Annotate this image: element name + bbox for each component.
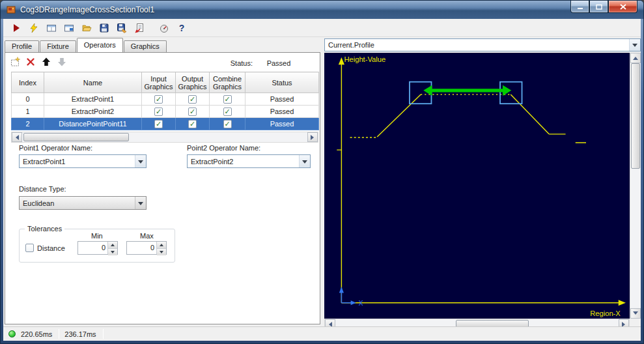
operator-row[interactable]: 2DistancePointPoint11✓✓✓Passed — [12, 118, 319, 130]
y-axis-label: Height-Value — [344, 55, 385, 63]
chevron-down-icon[interactable] — [135, 155, 146, 167]
operators-table-header: Index Name Input Graphics Output Graphic… — [12, 72, 319, 93]
tool-display-alt-button[interactable] — [61, 21, 77, 35]
tolerances-group: Tolerances Min Max Distance 0 0 — [19, 229, 175, 263]
move-down-button[interactable] — [55, 55, 68, 68]
window-title: Cog3DRangeImageCrossSectionTool1 — [20, 5, 154, 14]
cell-index[interactable]: 0 — [12, 93, 44, 106]
graphics-checkbox[interactable]: ✓ — [188, 95, 197, 104]
graphics-checkbox[interactable]: ✓ — [188, 120, 197, 128]
cell-name[interactable]: ExtractPoint1 — [44, 93, 142, 106]
scroll-right-button[interactable] — [307, 132, 318, 142]
scroll-thumb[interactable] — [23, 133, 129, 141]
add-operator-button[interactable] — [8, 55, 21, 68]
graphics-checkbox[interactable]: ✓ — [154, 120, 163, 128]
cell-input-graphics[interactable]: ✓ — [142, 93, 176, 106]
distance-max-spinner[interactable]: 0 — [126, 241, 167, 255]
run-button[interactable] — [8, 21, 24, 35]
cell-index[interactable]: 2 — [12, 118, 44, 130]
column-header[interactable]: Status — [245, 72, 319, 93]
cell-name[interactable]: ExtractPoint2 — [44, 106, 142, 118]
close-button[interactable] — [608, 1, 637, 13]
minimize-button[interactable] — [570, 1, 589, 13]
cell-status: Passed — [245, 118, 319, 130]
save-file-button[interactable] — [96, 21, 112, 35]
tab-fixture[interactable]: Fixture — [40, 40, 76, 52]
profile-segment — [377, 94, 421, 137]
tab-graphics[interactable]: Graphics — [124, 40, 167, 52]
column-header[interactable]: Name — [44, 72, 142, 93]
max-value[interactable]: 0 — [127, 242, 156, 254]
cell-output-graphics[interactable]: ✓ — [176, 93, 210, 106]
profile-segment — [511, 94, 549, 134]
scroll-up-button[interactable] — [630, 53, 641, 63]
cell-output-graphics[interactable]: ✓ — [176, 118, 210, 130]
column-header[interactable]: Combine Graphics — [210, 72, 245, 93]
point1-operator-select[interactable]: ExtractPoint1 — [19, 154, 147, 168]
operators-hscrollbar[interactable] — [11, 132, 318, 143]
spin-up-button[interactable] — [108, 242, 117, 249]
distance-tolerance-label: Distance — [37, 244, 65, 252]
cell-name[interactable]: DistancePointPoint11 — [44, 118, 142, 130]
cell-input-graphics[interactable]: ✓ — [142, 118, 176, 130]
distance-min-spinner[interactable]: 0 — [77, 241, 118, 255]
run-electric-button[interactable] — [26, 21, 42, 35]
import-button[interactable] — [132, 21, 147, 35]
tool-display-button[interactable] — [44, 21, 59, 35]
cell-combine-graphics[interactable]: ✓ — [210, 93, 245, 106]
run-icon — [11, 23, 21, 33]
tool-display-alt-icon — [64, 23, 74, 33]
point2-operator-label: Point2 Operator Name: — [187, 144, 260, 152]
save-as-button[interactable] — [114, 21, 130, 35]
scroll-left-button[interactable] — [12, 132, 22, 142]
chevron-down-icon[interactable] — [135, 197, 146, 209]
scroll-thumb[interactable] — [631, 63, 640, 169]
graphics-checkbox[interactable]: ✓ — [223, 95, 232, 104]
cell-combine-graphics[interactable]: ✓ — [210, 118, 245, 130]
min-header: Min — [91, 232, 103, 240]
maximize-button[interactable] — [589, 1, 608, 13]
profile-plot[interactable]: Height-Value Region-X X — [324, 53, 630, 319]
graphics-checkbox[interactable]: ✓ — [154, 108, 163, 116]
graphics-checkbox[interactable]: ✓ — [223, 108, 232, 116]
tab-strip: Profile Fixture Operators Graphics — [5, 38, 167, 52]
spin-down-button[interactable] — [108, 249, 117, 255]
tab-profile[interactable]: Profile — [5, 40, 39, 52]
cell-output-graphics[interactable]: ✓ — [176, 106, 210, 118]
spin-up-button[interactable] — [157, 242, 166, 249]
help-button[interactable]: ? — [174, 21, 189, 35]
origin-x-label: X — [359, 300, 363, 307]
open-file-button[interactable] — [79, 21, 94, 35]
operator-row[interactable]: 1ExtractPoint2✓✓✓Passed — [12, 106, 319, 118]
cell-input-graphics[interactable]: ✓ — [142, 106, 176, 118]
distance-tolerance-checkbox[interactable] — [25, 244, 34, 252]
column-header[interactable]: Input Graphics — [142, 72, 176, 93]
column-header[interactable]: Index — [12, 72, 44, 93]
graphics-checkbox[interactable]: ✓ — [223, 120, 232, 128]
new-operator-icon — [10, 57, 20, 67]
min-value[interactable]: 0 — [78, 242, 107, 254]
move-up-button[interactable] — [39, 55, 53, 68]
scroll-down-button[interactable] — [630, 308, 641, 319]
cell-index[interactable]: 1 — [12, 106, 44, 118]
delete-operator-button[interactable] — [23, 55, 37, 68]
statusbar-separator — [59, 329, 59, 339]
column-header[interactable]: Output Graphics — [176, 72, 210, 93]
scroll-track[interactable] — [22, 132, 307, 142]
operator-row[interactable]: 0ExtractPoint1✓✓✓Passed — [12, 93, 319, 106]
point2-operator-select[interactable]: ExtractPoint2 — [187, 154, 311, 168]
chevron-down-icon[interactable] — [299, 155, 310, 167]
spin-down-button[interactable] — [157, 249, 166, 255]
graphics-checkbox[interactable]: ✓ — [188, 108, 197, 116]
scroll-track[interactable] — [630, 63, 641, 308]
status-bar: 220.65ms 236.17ms — [3, 326, 641, 341]
plot-vscrollbar[interactable] — [630, 53, 641, 319]
cell-combine-graphics[interactable]: ✓ — [210, 106, 245, 118]
tab-operators[interactable]: Operators — [77, 38, 123, 52]
title-bar[interactable]: Cog3DRangeImageCrossSectionTool1 — [1, 1, 643, 19]
distance-type-select[interactable]: Euclidean — [19, 196, 147, 210]
chevron-down-icon[interactable] — [629, 39, 640, 51]
display-selector[interactable]: Current.Profile — [324, 38, 641, 51]
results-button[interactable] — [156, 21, 172, 35]
graphics-checkbox[interactable]: ✓ — [154, 95, 163, 104]
